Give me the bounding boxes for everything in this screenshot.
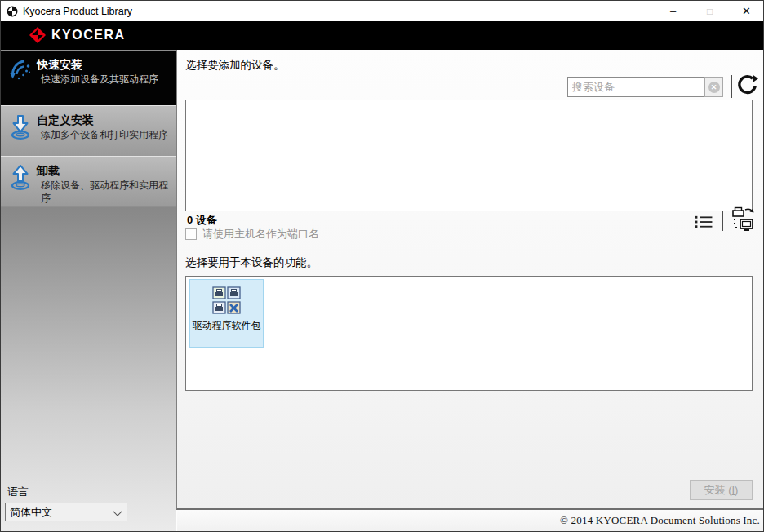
app-icon [7,6,18,17]
main-panel: 选择要添加的设备。 ✕ 0 设备 [176,50,764,510]
sidebar-item-title: 自定义安装 [37,113,168,127]
kyocera-product-library-window: Kyocera Product Library – □ ✕ KYOCERA [0,0,764,532]
window-title: Kyocera Product Library [23,6,132,17]
driver-package-label: 驱动程序软件包 [193,319,261,333]
select-features-heading: 选择要用于本设备的功能。 [185,255,318,270]
list-view-icon [694,214,713,229]
sidebar: 快速安装 快速添加设备及其驱动程序 自定义安装 添加多个设备和打印实用程序 [1,50,176,532]
header-band: KYOCERA [1,21,764,50]
sidebar-item-uninstall[interactable]: 卸载 移除设备、驱动程序和实用程序 [1,156,176,207]
uninstall-icon [7,165,33,191]
list-view-button[interactable] [694,214,713,229]
hostname-checkbox-row: 请使用主机名作为端口名 [185,227,319,242]
express-install-icon [7,59,33,85]
language-dropdown-value: 简体中文 [10,505,52,520]
search-devices-input[interactable] [567,77,704,97]
language-label: 语言 [7,485,29,499]
copyright-text: © 2014 KYOCERA Document Solutions Inc. [560,514,760,527]
sidebar-item-subtitle: 添加多个设备和打印实用程序 [41,128,168,141]
kyocera-logo-icon [29,27,46,43]
sidebar-item-subtitle: 移除设备、驱动程序和实用程序 [41,179,171,205]
sidebar-item-custom-install[interactable]: 自定义安装 添加多个设备和打印实用程序 [1,105,176,156]
sidebar-item-express-install[interactable]: 快速安装 快速添加设备及其驱动程序 [1,50,176,105]
footer: © 2014 KYOCERA Document Solutions Inc. [177,510,764,531]
chevron-down-icon [114,510,121,516]
clear-search-button[interactable]: ✕ [704,77,723,97]
refresh-icon [735,74,758,97]
custom-install-icon [7,114,33,140]
driver-package-tile[interactable]: 驱动程序软件包 [189,279,264,348]
toolbar-divider [731,75,732,98]
device-count: 0 设备 [187,213,217,228]
device-list[interactable] [185,100,753,211]
refresh-button[interactable] [735,74,758,97]
sidebar-item-title: 快速安装 [37,57,158,72]
language-area: 语言 简体中文 [1,484,176,532]
driver-package-icon [212,285,242,314]
use-hostname-label: 请使用主机名作为端口名 [202,227,319,242]
kyocera-logo: KYOCERA [29,27,126,43]
clear-search-icon: ✕ [708,82,720,93]
toolbar-divider-2 [722,211,723,231]
features-list: 驱动程序软件包 [185,276,753,391]
sidebar-item-title: 卸载 [37,163,171,178]
discover-devices-icon [731,206,757,234]
select-devices-heading: 选择要添加的设备。 [185,58,285,73]
sidebar-item-subtitle: 快速添加设备及其驱动程序 [41,73,158,86]
language-dropdown[interactable]: 简体中文 [5,503,127,521]
install-button[interactable]: 安装 (I) [690,480,753,500]
discover-devices-button[interactable] [731,206,757,234]
use-hostname-checkbox[interactable] [185,228,197,240]
window-controls: – □ ✕ [655,1,764,21]
maximize-button: □ [691,1,728,21]
kyocera-logo-text: KYOCERA [51,28,126,43]
close-button[interactable]: ✕ [728,1,764,21]
titlebar: Kyocera Product Library – □ ✕ [1,1,764,21]
minimize-button[interactable]: – [655,1,691,21]
